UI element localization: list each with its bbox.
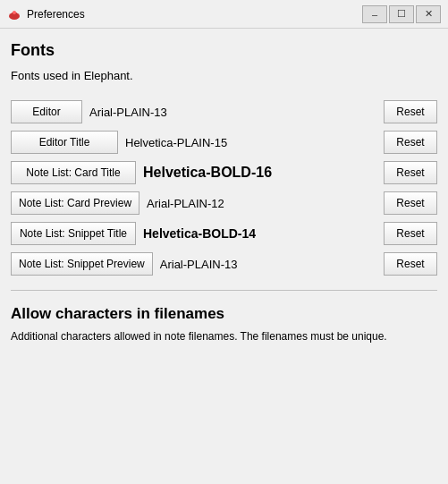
- font-card-preview-button[interactable]: Note List: Card Preview: [11, 191, 139, 215]
- font-editor-title-value: Helvetica-PLAIN-15: [125, 136, 384, 149]
- font-row-snippet-preview: Note List: Snippet Preview Arial-PLAIN-1…: [11, 252, 437, 276]
- minimize-button[interactable]: –: [362, 5, 387, 23]
- fonts-section: Fonts Fonts used in Elephant. Editor Ari…: [11, 41, 437, 276]
- main-content: Fonts Fonts used in Elephant. Editor Ari…: [0, 29, 448, 352]
- font-editor-title-reset-button[interactable]: Reset: [384, 131, 437, 154]
- font-snippet-preview-value: Arial-PLAIN-13: [160, 258, 384, 271]
- font-row-editor: Editor Arial-PLAIN-13 Reset: [11, 100, 437, 123]
- close-button[interactable]: ✕: [416, 5, 441, 23]
- font-card-preview-value: Arial-PLAIN-12: [147, 197, 384, 210]
- font-card-preview-reset-button[interactable]: Reset: [384, 191, 437, 215]
- maximize-button[interactable]: ☐: [389, 5, 414, 23]
- font-snippet-preview-reset-button[interactable]: Reset: [384, 252, 437, 276]
- font-editor-button[interactable]: Editor: [11, 100, 82, 123]
- font-row-card-title: Note List: Card Title Helvetica-BOLD-16 …: [11, 161, 437, 184]
- font-card-title-value: Helvetica-BOLD-16: [143, 165, 384, 181]
- font-card-title-reset-button[interactable]: Reset: [384, 161, 437, 184]
- font-snippet-title-value: Helvetica-BOLD-14: [143, 226, 384, 241]
- font-editor-reset-button[interactable]: Reset: [384, 100, 437, 123]
- font-snippet-title-button[interactable]: Note List: Snippet Title: [11, 222, 136, 245]
- font-row-editor-title: Editor Title Helvetica-PLAIN-15 Reset: [11, 131, 437, 154]
- section-divider: [11, 290, 437, 291]
- filenames-section: Allow characters in filenames Additional…: [11, 305, 437, 343]
- font-card-title-button[interactable]: Note List: Card Title: [11, 161, 136, 184]
- filenames-section-desc: Additional characters allowed in note fi…: [11, 330, 437, 343]
- app-icon: [7, 7, 21, 21]
- font-row-card-preview: Note List: Card Preview Arial-PLAIN-12 R…: [11, 191, 437, 215]
- font-snippet-preview-button[interactable]: Note List: Snippet Preview: [11, 252, 153, 276]
- font-row-snippet-title: Note List: Snippet Title Helvetica-BOLD-…: [11, 222, 437, 245]
- filenames-section-title: Allow characters in filenames: [11, 305, 437, 323]
- font-snippet-title-reset-button[interactable]: Reset: [384, 222, 437, 245]
- window-title: Preferences: [27, 8, 362, 21]
- svg-point-1: [13, 11, 16, 14]
- font-editor-title-button[interactable]: Editor Title: [11, 131, 118, 154]
- fonts-section-desc: Fonts used in Elephant.: [11, 69, 437, 82]
- title-bar: Preferences – ☐ ✕: [0, 0, 448, 29]
- fonts-section-title: Fonts: [11, 41, 437, 60]
- font-editor-value: Arial-PLAIN-13: [89, 106, 384, 119]
- window-controls: – ☐ ✕: [362, 5, 441, 23]
